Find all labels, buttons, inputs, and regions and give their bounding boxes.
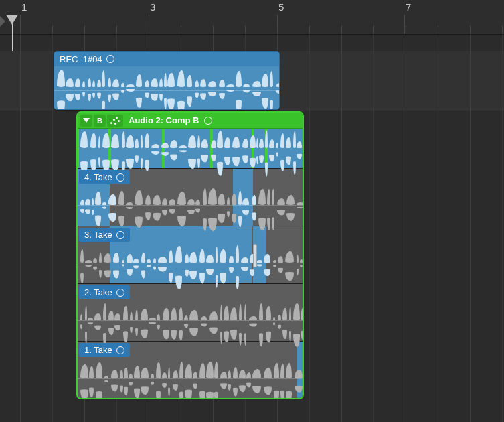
grid-line	[502, 35, 503, 422]
beat-tick	[341, 25, 342, 34]
audio-region-rec1[interactable]: REC_1#04	[54, 51, 280, 110]
bar-number: 5	[278, 1, 284, 13]
beat-tick	[373, 25, 374, 34]
beat-tick	[309, 25, 310, 34]
beat-tick	[502, 25, 503, 34]
take-label: 1. Take	[84, 345, 112, 355]
take-folder-header[interactable]: B Audio 2: Comp B	[78, 113, 303, 129]
grid-line	[341, 35, 342, 422]
comp-row[interactable]	[78, 129, 303, 169]
chevron-down-icon	[83, 118, 90, 123]
comp-select-button[interactable]: B	[94, 115, 106, 127]
take-row[interactable]: 4. Take	[78, 169, 303, 226]
grid-line	[309, 35, 310, 422]
region-waveform-area[interactable]	[54, 66, 279, 109]
loop-icon	[116, 231, 124, 239]
take-row[interactable]: 1. Take	[78, 342, 303, 399]
take-row[interactable]: 2. Take	[78, 284, 303, 342]
take-label-chip[interactable]: 2. Take	[79, 285, 130, 299]
bar-number: 1	[21, 1, 27, 13]
beat-tick	[149, 25, 149, 34]
take-folder[interactable]: B Audio 2: Comp B 4. Take3. Take2. Take1…	[76, 111, 304, 399]
edit-caret[interactable]	[253, 244, 257, 267]
bar-tick	[404, 15, 405, 34]
beat-tick	[116, 25, 117, 34]
playhead-marker[interactable]	[6, 15, 18, 25]
grid-line	[52, 35, 53, 422]
grid-line	[470, 35, 471, 422]
flex-icon	[110, 116, 120, 125]
beat-tick	[181, 25, 181, 34]
take-label-chip[interactable]: 3. Take	[79, 228, 130, 242]
beat-tick	[245, 25, 246, 34]
loop-icon	[116, 173, 124, 182]
flex-button[interactable]	[107, 115, 123, 127]
playhead-wing	[0, 15, 5, 28]
take-label: 3. Take	[84, 230, 112, 240]
timeline-ruler[interactable]: 1357	[0, 0, 504, 35]
take-label: 4. Take	[84, 172, 112, 182]
beat-tick	[20, 25, 21, 34]
grid-line	[406, 35, 406, 422]
take-label-chip[interactable]: 4. Take	[79, 170, 130, 184]
region-name-label: REC_1#04	[60, 54, 102, 64]
loop-icon	[204, 117, 212, 125]
bar-number: 3	[150, 1, 155, 13]
grid-line	[438, 35, 438, 422]
disclosure-button[interactable]	[80, 115, 92, 127]
region-title-bar[interactable]: REC_1#04	[54, 52, 279, 66]
beat-tick	[52, 25, 53, 34]
beat-tick	[406, 25, 406, 34]
beat-tick	[213, 25, 214, 34]
beat-tick	[277, 25, 278, 34]
beat-tick	[84, 25, 85, 34]
take-label-chip[interactable]: 1. Take	[79, 343, 130, 357]
grid-line	[373, 35, 374, 422]
bar-number: 7	[406, 1, 411, 13]
beat-tick	[470, 25, 471, 34]
loop-icon	[116, 289, 124, 297]
take-row[interactable]: 3. Take	[78, 226, 303, 284]
take-folder-title: Audio 2: Comp B	[124, 115, 203, 125]
loop-icon	[116, 346, 124, 354]
grid-line	[20, 35, 21, 422]
take-label: 2. Take	[84, 287, 112, 297]
beat-tick	[438, 25, 438, 34]
loop-icon	[106, 55, 114, 63]
